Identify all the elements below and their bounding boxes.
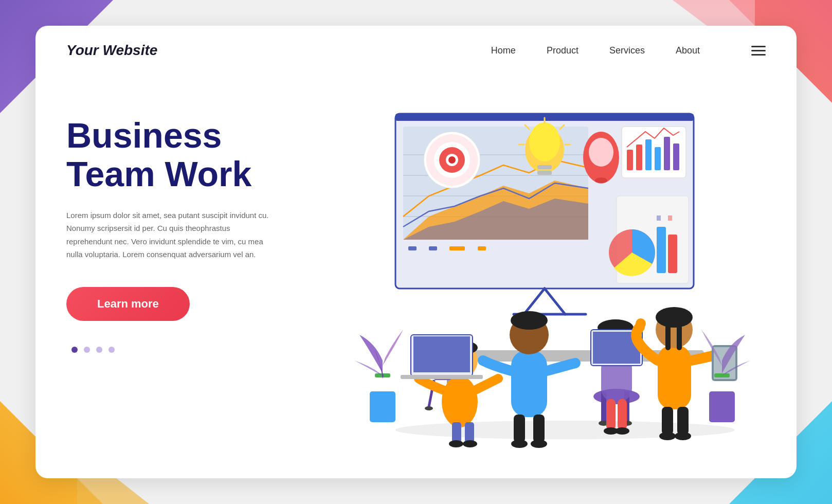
dot-1[interactable] (71, 347, 78, 353)
right-panel (313, 96, 766, 451)
hero-title-line2: Team Work (66, 154, 251, 193)
content-area: Business Team Work Lorem ipsum dolor sit… (35, 75, 797, 471)
hero-description: Lorem ipsum dolor sit amet, sea putant s… (66, 209, 272, 261)
svg-rect-87 (665, 325, 671, 350)
svg-rect-39 (655, 147, 661, 170)
svg-point-94 (659, 432, 676, 440)
hero-title: Business Team Work (66, 116, 313, 193)
svg-rect-101 (668, 215, 672, 221)
nav-product[interactable]: Product (547, 45, 578, 56)
svg-rect-63 (511, 350, 547, 417)
learn-more-button[interactable]: Learn more (66, 287, 190, 321)
svg-point-21 (448, 156, 456, 164)
svg-rect-57 (413, 336, 470, 372)
svg-line-3 (545, 289, 565, 314)
svg-rect-92 (662, 407, 673, 435)
svg-point-32 (589, 138, 613, 167)
svg-rect-102 (370, 391, 395, 422)
logo: Your Website (66, 42, 491, 59)
svg-rect-66 (514, 415, 525, 443)
dot-3[interactable] (96, 347, 102, 353)
svg-line-2 (524, 289, 545, 314)
svg-rect-80 (606, 399, 616, 430)
nav-about[interactable]: About (676, 45, 700, 56)
svg-rect-12 (408, 246, 417, 250)
svg-rect-84 (658, 345, 691, 409)
left-panel: Business Team Work Lorem ipsum dolor sit… (66, 96, 313, 451)
svg-point-89 (636, 318, 646, 329)
svg-rect-24 (537, 165, 552, 169)
svg-rect-41 (673, 143, 679, 170)
svg-rect-99 (668, 235, 677, 273)
svg-point-68 (511, 440, 528, 448)
svg-rect-15 (478, 246, 486, 250)
svg-rect-37 (636, 145, 642, 170)
svg-rect-105 (714, 373, 730, 377)
svg-point-62 (463, 440, 477, 447)
svg-rect-58 (401, 375, 483, 379)
svg-point-23 (529, 122, 560, 161)
svg-point-83 (615, 427, 629, 435)
svg-rect-14 (449, 246, 465, 250)
svg-point-34 (595, 177, 607, 184)
hamburger-line-2 (751, 50, 766, 51)
svg-rect-81 (618, 399, 627, 430)
nav: Home Product Services About (491, 45, 766, 56)
svg-rect-60 (465, 422, 474, 443)
svg-rect-67 (533, 415, 545, 443)
team-illustration (329, 98, 750, 448)
svg-rect-25 (537, 171, 552, 175)
main-card: Your Website Home Product Services About… (35, 26, 797, 478)
svg-rect-100 (657, 215, 661, 221)
svg-point-69 (531, 440, 547, 448)
header: Your Website Home Product Services About (35, 26, 797, 75)
svg-rect-59 (452, 422, 461, 443)
svg-rect-93 (677, 407, 689, 435)
svg-rect-40 (664, 137, 670, 170)
svg-point-61 (449, 440, 463, 447)
svg-rect-38 (645, 139, 652, 170)
svg-rect-104 (709, 391, 735, 422)
pagination-dots (71, 347, 313, 353)
svg-point-65 (511, 311, 548, 330)
svg-point-51 (425, 406, 433, 410)
nav-home[interactable]: Home (491, 45, 516, 56)
svg-point-86 (656, 307, 693, 328)
dot-2[interactable] (84, 347, 90, 353)
svg-rect-88 (677, 325, 682, 350)
hamburger-line-1 (751, 46, 766, 47)
svg-rect-36 (627, 150, 633, 170)
dot-4[interactable] (108, 347, 115, 353)
svg-point-95 (675, 432, 691, 440)
hamburger-menu[interactable] (751, 46, 766, 56)
nav-services[interactable]: Services (609, 45, 645, 56)
hero-title-line1: Business (66, 116, 222, 155)
svg-rect-98 (657, 227, 666, 273)
svg-point-53 (442, 376, 478, 427)
svg-rect-13 (429, 246, 437, 250)
hamburger-line-3 (751, 54, 766, 56)
